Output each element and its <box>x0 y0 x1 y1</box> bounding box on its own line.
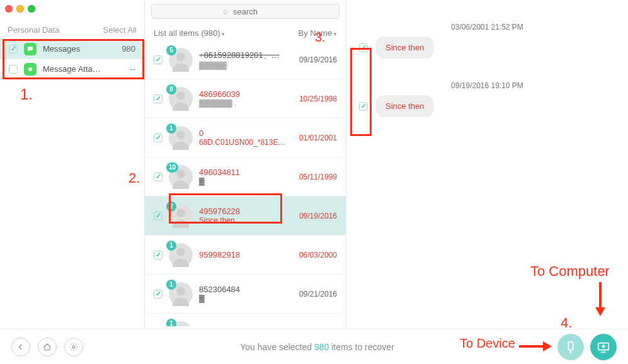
avatar: 1 <box>169 321 193 327</box>
checkbox[interactable] <box>154 251 163 259</box>
settings-button[interactable] <box>64 338 83 356</box>
unread-badge: 10 <box>166 162 178 173</box>
sidebar-item-count: 980 <box>122 44 135 54</box>
checkbox[interactable] <box>9 65 18 74</box>
conversation-name: 486966039 <box>199 89 293 99</box>
message-row: Since then <box>346 37 628 59</box>
svg-point-8 <box>176 326 185 326</box>
sidebar-item-count: -- <box>130 64 135 74</box>
checkbox[interactable] <box>154 212 163 220</box>
svg-point-1 <box>176 52 185 60</box>
message-bubble: Since then <box>375 95 434 117</box>
avatar: 2 <box>169 204 193 228</box>
checkbox[interactable] <box>359 102 368 111</box>
search-input[interactable] <box>151 4 340 19</box>
svg-point-6 <box>176 247 185 256</box>
unread-badge: 1 <box>166 280 176 290</box>
conversation-row[interactable]: 5+8615928819201、…▓▓▓▓▓09/19/2016 <box>145 40 346 79</box>
conversation-name: 959982918 <box>199 250 293 259</box>
conversation-date: 06/03/2000 <box>299 251 337 259</box>
svg-point-4 <box>176 169 185 178</box>
conversation-preview: ▓▓▓▓▓▓ . <box>199 99 293 108</box>
conversation-row[interactable]: 1852306484▓09/21/2016 <box>145 275 346 314</box>
sidebar-section-title: Personal Data <box>8 25 59 35</box>
sidebar-item-label: Message Atta… <box>43 64 101 74</box>
conversation-name: 0 <box>199 128 293 138</box>
svg-point-5 <box>176 208 185 217</box>
sidebar: Personal Data Select All Messages980Mess… <box>0 0 145 364</box>
messages-icon <box>24 43 37 55</box>
checkbox[interactable] <box>154 290 163 299</box>
checkbox[interactable] <box>359 43 368 52</box>
conversation-date: 09/19/2016 <box>299 212 337 220</box>
conversation-date: 09/19/2016 <box>299 55 337 64</box>
svg-point-3 <box>176 130 185 139</box>
conversation-preview: ▓ <box>199 177 293 186</box>
conversation-name: 852306484 <box>199 285 293 294</box>
conversation-preview: 68D.C01USN00_*813E… <box>199 138 293 147</box>
checkbox[interactable] <box>9 45 18 54</box>
unread-badge: 2 <box>166 202 176 212</box>
unread-badge: 5 <box>166 45 176 55</box>
conversation-date: 01/01/2001 <box>299 134 337 142</box>
conversation-preview: ▓▓▓▓▓ <box>199 61 293 70</box>
avatar: 1 <box>169 243 193 267</box>
search-wrap: ⌕ <box>151 4 340 19</box>
conversation-row[interactable]: 10496034811▓05/11/1999 <box>145 157 346 196</box>
sort-by-dropdown[interactable]: By Name▾ <box>299 28 337 38</box>
conversation-name: 495976228 <box>199 207 293 216</box>
sidebar-item-message-atta-[interactable]: Message Atta…-- <box>0 59 144 79</box>
conversation-date: 10/25/1998 <box>299 94 337 103</box>
conversation-date: 09/21/2016 <box>299 290 337 299</box>
svg-rect-10 <box>568 341 573 350</box>
bottom-toolbar: You have selected 980 items to recover <box>0 329 628 364</box>
message-attachments-icon <box>24 63 37 76</box>
avatar: 5 <box>169 48 193 72</box>
filter-items-dropdown[interactable]: List all items (980)▾ <box>154 28 225 38</box>
conversation-panel: ⌕ List all items (980)▾ By Name▾ 5+86159… <box>145 0 346 364</box>
avatar: 1 <box>169 126 193 150</box>
recover-to-computer-button[interactable] <box>590 334 617 360</box>
message-timestamp: 09/19/2016 19:10 PM <box>346 81 628 90</box>
svg-point-9 <box>72 346 75 348</box>
message-bubble: Since then <box>375 37 434 59</box>
back-button[interactable] <box>11 338 30 356</box>
selection-status-text: You have selected 980 items to recover <box>83 342 551 352</box>
svg-point-0 <box>28 67 32 71</box>
message-detail-panel: 03/06/2001 21:52 PMSince then09/19/2016 … <box>346 0 628 326</box>
svg-point-7 <box>176 287 185 295</box>
unread-badge: 1 <box>166 319 176 327</box>
avatar: 1 <box>169 282 193 306</box>
unread-badge: 1 <box>166 123 176 134</box>
svg-point-2 <box>176 91 185 100</box>
sidebar-item-messages[interactable]: Messages980 <box>0 39 144 59</box>
checkbox[interactable] <box>154 173 163 181</box>
checkbox[interactable] <box>154 94 163 103</box>
conversation-preview: Since then <box>199 216 293 225</box>
conversation-name: +8615928819201、… <box>199 50 293 61</box>
conversation-row[interactable]: 2495976228Since then09/19/2016 <box>145 196 346 236</box>
checkbox[interactable] <box>154 55 163 64</box>
home-button[interactable] <box>38 338 57 356</box>
conversation-row[interactable]: 195998291806/03/2000 <box>145 236 346 275</box>
select-all-button[interactable]: Select All <box>103 25 137 35</box>
message-timestamp: 03/06/2001 21:52 PM <box>346 23 628 31</box>
unread-badge: 1 <box>166 241 176 251</box>
conversation-row[interactable]: 1068D.C01USN00_*813E…01/01/2001 <box>145 118 346 157</box>
recover-to-device-button[interactable] <box>557 334 584 360</box>
conversation-date: 05/11/1999 <box>299 173 337 181</box>
avatar: 10 <box>169 165 193 189</box>
sidebar-item-label: Messages <box>43 44 80 54</box>
conversation-name: 496034811 <box>199 168 293 177</box>
conversation-preview: ▓ <box>199 294 293 303</box>
checkbox[interactable] <box>154 134 163 142</box>
conversation-row[interactable]: 1lucy <box>145 314 346 326</box>
message-row: Since then <box>346 95 628 117</box>
conversation-row[interactable]: 8486966039▓▓▓▓▓▓ .10/25/1998 <box>145 79 346 118</box>
unread-badge: 8 <box>166 84 176 94</box>
avatar: 8 <box>169 87 193 111</box>
